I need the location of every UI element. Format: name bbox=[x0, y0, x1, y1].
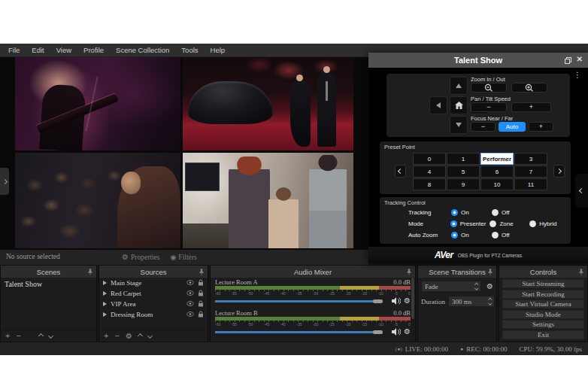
preview-source-vip-area[interactable] bbox=[15, 153, 180, 248]
kebab-menu-icon[interactable]: ⋮ bbox=[574, 71, 581, 79]
pin-icon[interactable] bbox=[87, 269, 93, 277]
left-dock-expand-handle[interactable] bbox=[0, 168, 9, 195]
close-icon[interactable]: ✕ bbox=[577, 55, 583, 63]
scrollbar-thumb[interactable] bbox=[411, 278, 414, 319]
preview-source-dressing-room[interactable] bbox=[183, 153, 353, 248]
lock-icon[interactable] bbox=[198, 300, 204, 308]
studio-mode-button[interactable]: Studio Mode bbox=[502, 310, 584, 319]
menu-tools[interactable]: Tools bbox=[175, 44, 204, 56]
speaker-icon[interactable] bbox=[392, 294, 401, 308]
channel-gear-icon[interactable]: ⚙ bbox=[404, 328, 411, 336]
pan-left-button[interactable] bbox=[429, 96, 447, 114]
radio-icon[interactable] bbox=[492, 232, 499, 239]
menu-file[interactable]: File bbox=[2, 44, 26, 56]
filters-button[interactable]: ◉ Filters bbox=[171, 254, 197, 261]
source-row-dressing-room[interactable]: Dressing Room bbox=[99, 309, 208, 320]
expand-icon[interactable] bbox=[103, 312, 107, 317]
scene-up-button[interactable] bbox=[38, 333, 44, 339]
scene-down-button[interactable] bbox=[48, 333, 53, 339]
menu-help[interactable]: Help bbox=[205, 44, 232, 56]
lock-icon[interactable] bbox=[198, 311, 204, 319]
volume-slider[interactable] bbox=[215, 299, 389, 303]
focus-auto-button[interactable]: Auto bbox=[499, 122, 526, 132]
pin-icon[interactable] bbox=[199, 269, 205, 277]
focus-far-button[interactable]: + bbox=[529, 122, 553, 132]
source-up-button[interactable] bbox=[138, 333, 143, 339]
visibility-eye-icon[interactable] bbox=[186, 279, 194, 287]
expand-icon[interactable] bbox=[103, 302, 107, 306]
source-row-vip-area[interactable]: VIP Area bbox=[99, 299, 208, 309]
start-recording-button[interactable]: Start Recording bbox=[502, 290, 584, 299]
pin-icon[interactable] bbox=[578, 269, 584, 277]
volume-slider[interactable] bbox=[215, 330, 389, 334]
mixer-scrollbar[interactable] bbox=[411, 278, 415, 342]
radio-selected-icon[interactable] bbox=[451, 209, 458, 216]
remove-scene-button[interactable]: − bbox=[16, 332, 20, 340]
volume-handle[interactable] bbox=[373, 330, 383, 334]
speed-minus-button[interactable]: − bbox=[471, 102, 507, 112]
tracking-on-option[interactable]: On bbox=[451, 209, 492, 216]
preset-prev-button[interactable] bbox=[395, 165, 406, 178]
properties-button[interactable]: ⚙ Properties bbox=[122, 254, 160, 261]
pin-icon[interactable] bbox=[406, 269, 412, 277]
preset-8-button[interactable]: 8 bbox=[413, 178, 446, 190]
speed-plus-button[interactable]: + bbox=[511, 102, 551, 112]
radio-selected-icon[interactable] bbox=[450, 220, 457, 227]
radio-icon[interactable] bbox=[529, 220, 536, 227]
source-row-main-stage[interactable]: Main Stage bbox=[99, 278, 208, 288]
menu-edit[interactable]: Edit bbox=[26, 44, 50, 56]
preset-10-button[interactable]: 10 bbox=[480, 178, 514, 190]
home-button[interactable] bbox=[450, 96, 468, 114]
preset-9-button[interactable]: 9 bbox=[447, 178, 480, 190]
dock-float-icon[interactable] bbox=[565, 56, 571, 65]
preset-5-button[interactable]: 5 bbox=[447, 166, 480, 178]
source-properties-gear-icon[interactable]: ⚙ bbox=[126, 333, 132, 340]
expand-icon[interactable] bbox=[103, 291, 107, 296]
transition-select[interactable]: Fade bbox=[421, 281, 481, 292]
zoom-in-button[interactable] bbox=[511, 83, 547, 93]
preset-11-button[interactable]: 11 bbox=[514, 178, 547, 190]
focus-near-button[interactable]: − bbox=[471, 122, 496, 132]
preset-4-button[interactable]: 4 bbox=[413, 166, 446, 178]
preset-6-button[interactable]: 6 bbox=[480, 166, 514, 178]
add-source-button[interactable]: + bbox=[104, 332, 108, 340]
preset-1-button[interactable]: 1 bbox=[447, 153, 480, 165]
preset-7-button[interactable]: 7 bbox=[514, 166, 547, 178]
visibility-eye-icon[interactable] bbox=[186, 300, 194, 308]
preset-0-button[interactable]: 0 bbox=[413, 153, 446, 165]
settings-button[interactable]: Settings bbox=[502, 320, 584, 329]
lock-icon[interactable] bbox=[198, 279, 204, 287]
visibility-eye-icon[interactable] bbox=[186, 311, 194, 318]
menu-view[interactable]: View bbox=[50, 44, 77, 56]
radio-selected-icon[interactable] bbox=[451, 232, 458, 239]
ptz-panel-header[interactable]: Talent Show ✕ bbox=[368, 53, 588, 68]
menu-scene-collection[interactable]: Scene Collection bbox=[110, 44, 175, 56]
tilt-up-button[interactable] bbox=[450, 77, 468, 95]
volume-handle[interactable] bbox=[373, 299, 383, 303]
preset-performer-button[interactable]: Performer bbox=[480, 153, 514, 165]
zoom-out-button[interactable] bbox=[471, 83, 507, 93]
spinner-arrows-icon[interactable] bbox=[489, 299, 492, 305]
speaker-icon[interactable] bbox=[392, 325, 401, 339]
start-virtual-camera-button[interactable]: Start Virtual Camera bbox=[502, 299, 584, 308]
right-dock-collapse-handle[interactable] bbox=[575, 174, 588, 208]
expand-icon[interactable] bbox=[103, 281, 107, 285]
pin-icon[interactable] bbox=[487, 269, 493, 277]
remove-source-button[interactable]: − bbox=[114, 332, 119, 340]
preset-next-button[interactable] bbox=[553, 165, 565, 178]
mode-presenter-option[interactable]: Presenter bbox=[450, 220, 490, 227]
start-streaming-button[interactable]: Start Streaming bbox=[502, 279, 584, 288]
preset-3-button[interactable]: 3 bbox=[514, 153, 547, 165]
auto-zoom-on-option[interactable]: On bbox=[451, 232, 492, 239]
duration-spinner[interactable]: 300 ms bbox=[448, 296, 495, 307]
preview-source-red-carpet[interactable] bbox=[183, 57, 353, 150]
add-scene-button[interactable]: + bbox=[5, 332, 10, 340]
menu-profile[interactable]: Profile bbox=[77, 44, 110, 56]
visibility-eye-icon[interactable] bbox=[186, 290, 194, 297]
radio-icon[interactable] bbox=[492, 209, 499, 216]
auto-zoom-off-option[interactable]: Off bbox=[492, 232, 532, 239]
mode-hybrid-option[interactable]: Hybrid bbox=[529, 220, 569, 227]
transition-gear-button[interactable]: ⚙ bbox=[484, 281, 496, 292]
source-down-button[interactable] bbox=[147, 333, 153, 339]
scene-item-talent-show[interactable]: Talent Show bbox=[1, 278, 96, 290]
